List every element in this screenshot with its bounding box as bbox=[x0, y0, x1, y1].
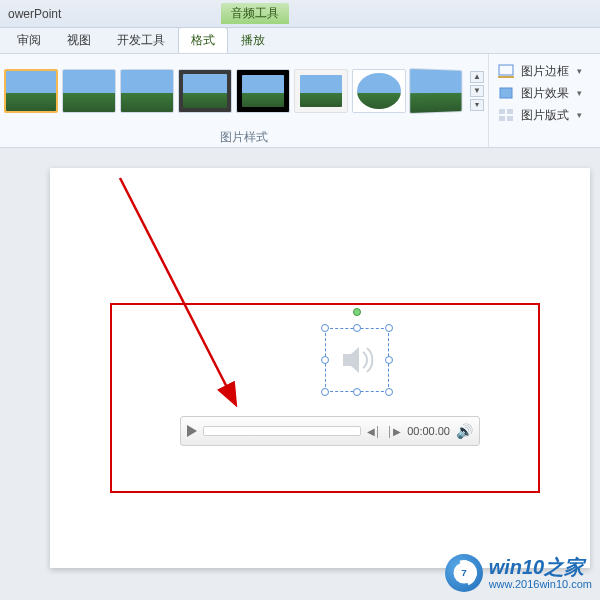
time-display: 00:00.00 bbox=[407, 425, 450, 437]
chevron-down-icon: ▾ bbox=[577, 66, 582, 76]
watermark-url: www.2016win10.com bbox=[489, 578, 592, 590]
skip-forward-button[interactable]: │▶ bbox=[387, 424, 401, 438]
svg-rect-4 bbox=[507, 109, 513, 114]
watermark-title: win10之家 bbox=[489, 556, 592, 578]
style-thumb-1[interactable] bbox=[4, 69, 58, 113]
ribbon-tabs: 审阅 视图 开发工具 格式 播放 bbox=[0, 28, 600, 54]
picture-layout-label: 图片版式 bbox=[521, 107, 569, 124]
resize-handle[interactable] bbox=[321, 356, 329, 364]
picture-border-label: 图片边框 bbox=[521, 63, 569, 80]
svg-rect-2 bbox=[500, 88, 512, 98]
picture-border-button[interactable]: 图片边框 ▾ bbox=[497, 60, 594, 82]
chevron-down-icon: ▾ bbox=[577, 88, 582, 98]
chevron-down-icon: ▾ bbox=[577, 110, 582, 120]
volume-icon[interactable]: 🔊 bbox=[456, 423, 473, 439]
style-thumb-7[interactable] bbox=[352, 69, 406, 113]
tab-review[interactable]: 审阅 bbox=[4, 27, 54, 53]
watermark-logo-icon bbox=[445, 554, 483, 592]
ribbon: ▲ ▼ ▾ 图片样式 图片边框 ▾ 图片效果 ▾ 图片版式 ▾ bbox=[0, 54, 600, 148]
effects-icon bbox=[497, 85, 515, 101]
svg-rect-6 bbox=[507, 116, 513, 121]
resize-handle[interactable] bbox=[385, 356, 393, 364]
tab-playback[interactable]: 播放 bbox=[228, 27, 278, 53]
picture-effects-label: 图片效果 bbox=[521, 85, 569, 102]
app-title: owerPoint bbox=[8, 7, 61, 21]
speaker-icon bbox=[337, 340, 377, 380]
gallery-scroll-up[interactable]: ▲ bbox=[470, 71, 484, 83]
picture-options-group: 图片边框 ▾ 图片效果 ▾ 图片版式 ▾ bbox=[489, 54, 600, 147]
style-thumb-8[interactable] bbox=[409, 67, 462, 113]
resize-handle[interactable] bbox=[321, 388, 329, 396]
style-thumb-3[interactable] bbox=[120, 69, 174, 113]
tab-view[interactable]: 视图 bbox=[54, 27, 104, 53]
style-thumb-2[interactable] bbox=[62, 69, 116, 113]
style-thumb-5[interactable] bbox=[236, 69, 290, 113]
skip-back-button[interactable]: ◀│ bbox=[367, 424, 381, 438]
svg-rect-5 bbox=[499, 116, 505, 121]
audio-object[interactable] bbox=[325, 328, 389, 392]
audio-control-bar: ◀│ │▶ 00:00.00 🔊 bbox=[180, 416, 480, 446]
resize-handle[interactable] bbox=[385, 324, 393, 332]
picture-effects-button[interactable]: 图片效果 ▾ bbox=[497, 82, 594, 104]
tab-format[interactable]: 格式 bbox=[178, 27, 228, 53]
svg-marker-9 bbox=[343, 347, 359, 373]
seek-slider[interactable] bbox=[203, 426, 361, 436]
picture-style-gallery: ▲ ▼ ▾ bbox=[0, 54, 488, 127]
svg-rect-3 bbox=[499, 109, 505, 114]
slide-canvas[interactable]: ◀│ │▶ 00:00.00 🔊 bbox=[50, 168, 590, 568]
title-bar: owerPoint 音频工具 bbox=[0, 0, 600, 28]
style-thumb-4[interactable] bbox=[178, 69, 232, 113]
style-thumb-6[interactable] bbox=[294, 69, 348, 113]
watermark: win10之家 www.2016win10.com bbox=[445, 554, 592, 592]
gallery-scroll-down[interactable]: ▼ bbox=[470, 85, 484, 97]
slide-area: ◀│ │▶ 00:00.00 🔊 bbox=[0, 148, 600, 600]
resize-handle[interactable] bbox=[353, 388, 361, 396]
rotate-handle[interactable] bbox=[353, 308, 361, 316]
picture-layout-button[interactable]: 图片版式 ▾ bbox=[497, 104, 594, 126]
gallery-more[interactable]: ▾ bbox=[470, 99, 484, 111]
contextual-tab-label: 音频工具 bbox=[221, 3, 289, 24]
pencil-icon bbox=[497, 63, 515, 79]
layout-icon bbox=[497, 107, 515, 123]
resize-handle[interactable] bbox=[385, 388, 393, 396]
svg-rect-0 bbox=[499, 65, 513, 75]
resize-handle[interactable] bbox=[353, 324, 361, 332]
play-button[interactable] bbox=[187, 425, 197, 437]
tab-dev-tools[interactable]: 开发工具 bbox=[104, 27, 178, 53]
picture-styles-group: ▲ ▼ ▾ 图片样式 bbox=[0, 54, 489, 147]
resize-handle[interactable] bbox=[321, 324, 329, 332]
group-label-picture-styles: 图片样式 bbox=[0, 127, 488, 147]
gallery-expand: ▲ ▼ ▾ bbox=[468, 69, 484, 113]
